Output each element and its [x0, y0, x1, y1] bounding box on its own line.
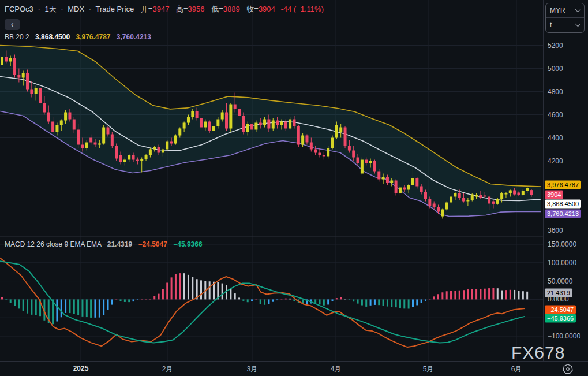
candle [458, 193, 461, 198]
candle [509, 191, 512, 193]
bb-indicator-legend[interactable]: BB 20 2 3,868.4500 3,976.4787 3,760.4213 [5, 33, 151, 41]
main-chart[interactable] [0, 0, 543, 361]
axis-settings-icon[interactable] [561, 363, 574, 375]
candle [17, 75, 20, 78]
candle [276, 121, 279, 125]
candle [504, 193, 507, 195]
price-tick: 5000 [548, 65, 563, 73]
symbol-name[interactable]: FCPOc3 [5, 5, 33, 13]
candle [132, 155, 135, 160]
candle [216, 120, 219, 126]
price-tick: 4800 [548, 88, 563, 96]
candle [492, 202, 495, 204]
candle [35, 88, 38, 94]
candle [259, 123, 262, 125]
candle [73, 120, 76, 130]
chevron-down-icon [575, 7, 581, 13]
candle [479, 195, 482, 198]
unit-value: t [550, 21, 552, 29]
candle [310, 143, 313, 150]
separator-dot: · [61, 5, 63, 13]
candle [466, 200, 469, 202]
candle [331, 138, 334, 148]
candle [242, 116, 245, 132]
candle [68, 113, 71, 120]
unit-dropdown[interactable]: t [546, 17, 584, 32]
trading-chart-app: FCPOc3 · 1天 · MDX · Trade Price 开=3947 高… [0, 0, 588, 376]
candle [488, 197, 490, 204]
time-axis-label: 6月 [511, 364, 522, 374]
bb-lower-value: 3,760.4213 [117, 33, 151, 41]
candle [462, 198, 465, 202]
candle [111, 135, 114, 146]
candle [411, 178, 414, 185]
price-tick: 4400 [548, 134, 563, 142]
macd-tick: −100.0000 [548, 332, 580, 340]
candle [136, 160, 139, 161]
macd-signal-label: −45.9366 [545, 314, 576, 323]
high-value: 3956 [188, 5, 205, 13]
candle [365, 160, 368, 163]
candle [454, 193, 456, 197]
candle [522, 191, 525, 195]
candle [437, 207, 440, 212]
time-axis[interactable]: 20252月3月4月5月6月 [0, 361, 588, 376]
candle [9, 58, 12, 62]
candle [471, 195, 474, 200]
interval-value[interactable]: 1天 [44, 5, 56, 13]
candle [475, 195, 478, 197]
candle [395, 181, 398, 193]
macd-tick: 50.0000 [548, 277, 572, 285]
candle [335, 125, 338, 138]
candle [128, 155, 130, 160]
candle [357, 158, 359, 163]
time-axis-label: 4月 [331, 364, 342, 374]
candle [377, 172, 380, 180]
bb-fill [0, 46, 541, 217]
price-tick: 3600 [548, 226, 563, 234]
macd-indicator-legend[interactable]: MACD 12 26 close 9 EMA EMA 21.4319 −24.5… [5, 240, 203, 248]
candle [420, 187, 423, 192]
chart-header: FCPOc3 · 1天 · MDX · Trade Price 开=3947 高… [5, 4, 324, 14]
candle [225, 113, 228, 129]
candle [390, 181, 393, 183]
candle [450, 197, 452, 203]
macd-line-value: −24.5047 [138, 240, 167, 248]
candle [39, 88, 42, 103]
candle [26, 73, 29, 90]
candle [64, 113, 67, 121]
candle [98, 144, 101, 145]
candle [166, 142, 168, 150]
separator-dot: · [38, 5, 40, 13]
candle [369, 161, 372, 163]
bb-basis-label: 3,868.4500 [545, 200, 581, 209]
candle [382, 177, 385, 180]
candle [187, 117, 190, 123]
candle [339, 128, 342, 132]
bb-lower-label: 3,760.4213 [545, 210, 581, 218]
currency-dropdown[interactable]: MYR [546, 3, 584, 17]
bb-legend-title: BB 20 2 [5, 33, 29, 41]
candle [305, 136, 308, 143]
price-axis[interactable]: 5200500048004600440042003600150.0000100.… [543, 0, 588, 361]
candle [208, 122, 211, 131]
candle [530, 190, 533, 195]
low-label: 低= [211, 5, 223, 13]
candle [102, 128, 105, 144]
candle [319, 153, 321, 155]
candle [60, 121, 63, 125]
bb-upper-label: 3,976.4787 [545, 181, 581, 189]
chart-area[interactable] [0, 0, 543, 361]
candle [513, 191, 516, 195]
candle [403, 188, 406, 190]
time-axis-label: 2月 [162, 364, 173, 374]
candle [55, 125, 58, 132]
candle [1, 57, 3, 65]
candle [93, 143, 96, 145]
currency-value: MYR [550, 6, 565, 14]
back-button[interactable]: ‹ [5, 19, 20, 30]
candle [212, 126, 215, 131]
candle [272, 121, 275, 129]
high-label: 高= [176, 5, 188, 13]
candle [344, 128, 347, 146]
